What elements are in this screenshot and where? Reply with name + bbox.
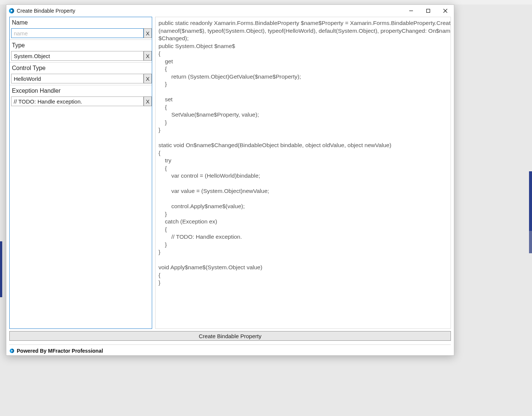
window-controls	[403, 5, 454, 17]
type-clear-button[interactable]: X	[144, 51, 152, 61]
svg-rect-3	[427, 9, 430, 13]
exception-handler-clear-button[interactable]: X	[144, 96, 152, 106]
exception-handler-label: Exception Handler	[10, 85, 152, 96]
app-icon	[9, 8, 15, 14]
svg-point-7	[11, 350, 13, 352]
create-bindable-property-button[interactable]: Create Bindable Property	[9, 331, 451, 341]
close-button[interactable]	[437, 5, 454, 17]
dialog-body: Name X Type X Control Type	[6, 17, 454, 355]
form-panel: Name X Type X Control Type	[9, 17, 152, 329]
panels-row: Name X Type X Control Type	[9, 17, 451, 329]
footer: Powered By MFractor Professional	[9, 344, 451, 354]
background-decor	[0, 0, 532, 4]
type-label: Type	[10, 40, 152, 51]
control-type-label: Control Type	[10, 63, 152, 74]
type-field-block: Type X	[10, 40, 152, 63]
name-input[interactable]	[11, 28, 144, 38]
name-label: Name	[10, 17, 152, 28]
svg-point-1	[11, 10, 12, 12]
exception-handler-field-block: Exception Handler X	[10, 85, 152, 108]
titlebar[interactable]: Create Bindable Property	[6, 5, 454, 17]
background-decor	[529, 171, 532, 231]
control-type-clear-button[interactable]: X	[144, 74, 152, 83]
background-decor	[529, 231, 532, 253]
window-title: Create Bindable Property	[17, 8, 403, 14]
control-type-input[interactable]	[11, 74, 144, 83]
code-preview: public static readonly Xamarin.Forms.Bin…	[158, 19, 448, 287]
exception-handler-input[interactable]	[11, 96, 144, 106]
name-clear-button[interactable]: X	[144, 28, 152, 38]
type-input[interactable]	[11, 51, 144, 61]
maximize-button[interactable]	[420, 5, 437, 17]
minimize-button[interactable]	[403, 5, 420, 17]
footer-text: Powered By MFractor Professional	[17, 348, 103, 354]
control-type-field-block: Control Type X	[10, 63, 152, 85]
action-row: Create Bindable Property	[9, 331, 451, 341]
name-field-block: Name X	[10, 17, 152, 40]
code-preview-panel: public static readonly Xamarin.Forms.Bin…	[155, 17, 451, 329]
background-decor	[0, 241, 2, 297]
dialog-window: Create Bindable Property Name X	[6, 4, 454, 356]
mfractor-icon	[9, 348, 15, 353]
